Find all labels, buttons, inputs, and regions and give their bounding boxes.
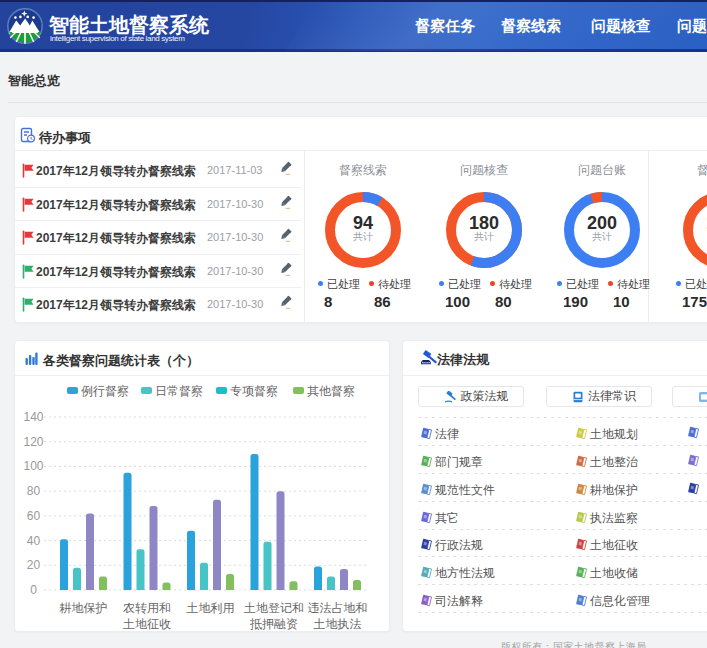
svg-text:0: 0	[30, 583, 37, 597]
svg-text:土地征收: 土地征收	[123, 617, 171, 630]
svg-text:80: 80	[27, 484, 41, 498]
svg-text:土地登记和: 土地登记和	[244, 601, 304, 615]
svg-text:60: 60	[27, 509, 41, 523]
svg-text:违法占地和: 违法占地和	[308, 601, 368, 615]
svg-text:抵押融资: 抵押融资	[249, 617, 298, 630]
svg-text:例行督察: 例行督察	[81, 384, 129, 398]
svg-text:120: 120	[23, 435, 43, 449]
svg-text:农转用和: 农转用和	[123, 601, 171, 615]
svg-text:耕地保护: 耕地保护	[59, 601, 108, 615]
svg-text:20: 20	[27, 558, 41, 572]
svg-text:土地执法: 土地执法	[314, 617, 362, 630]
svg-text:40: 40	[27, 534, 41, 548]
svg-text:专项督察: 专项督察	[230, 384, 278, 398]
svg-text:日常督察: 日常督察	[155, 384, 203, 398]
svg-text:土地利用: 土地利用	[187, 601, 235, 615]
svg-text:140: 140	[23, 410, 43, 424]
svg-text:100: 100	[23, 459, 43, 473]
svg-text:其他督察: 其他督察	[307, 384, 355, 398]
